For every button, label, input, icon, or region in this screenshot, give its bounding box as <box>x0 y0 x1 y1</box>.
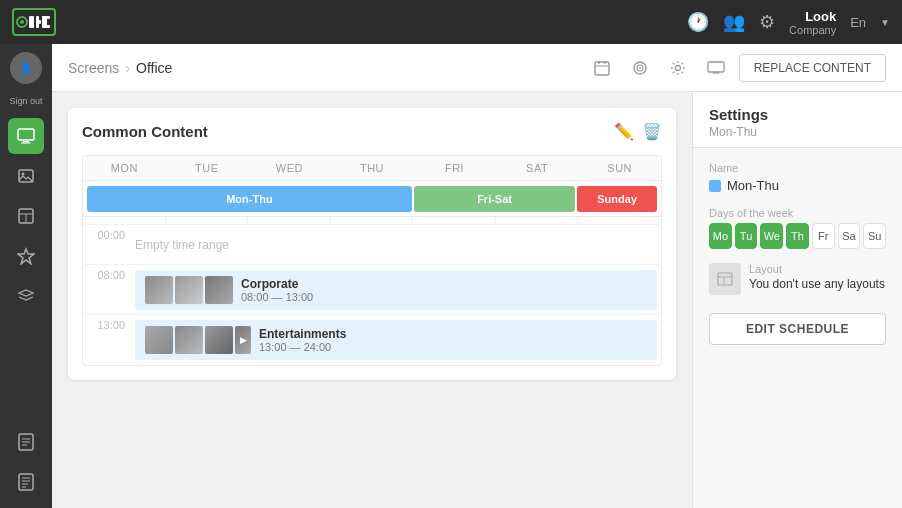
day-wed: WED <box>248 156 331 180</box>
day-thu: THU <box>331 156 414 180</box>
user-name: Look <box>805 9 836 24</box>
target-icon-btn[interactable] <box>625 53 655 83</box>
svg-rect-8 <box>18 129 34 140</box>
svg-rect-4 <box>36 20 41 24</box>
breadcrumb-separator: › <box>125 60 130 76</box>
ent-thumb-4: ▶ <box>235 326 251 354</box>
day-sun: SUN <box>578 156 661 180</box>
svg-rect-26 <box>595 62 609 75</box>
time-label-1300: 13:00 <box>83 315 131 365</box>
day-btn-su[interactable]: Su <box>863 223 886 249</box>
name-value: Mon-Thu <box>727 178 779 193</box>
ent-thumb-3 <box>205 326 233 354</box>
day-btn-we[interactable]: We <box>760 223 783 249</box>
settings-header: Settings Mon-Thu <box>693 92 902 148</box>
time-label-0000: 00:00 <box>83 225 131 264</box>
day-btn-fr[interactable]: Fr <box>812 223 835 249</box>
svg-point-12 <box>22 173 25 176</box>
time-content-0800: Corporate 08:00 — 13:00 <box>131 265 661 314</box>
clock-icon[interactable]: 🕐 <box>687 11 709 33</box>
day-btn-th[interactable]: Th <box>786 223 809 249</box>
day-btn-sa[interactable]: Sa <box>838 223 861 249</box>
ent-thumb-1 <box>145 326 173 354</box>
layout-label: Layout <box>749 263 885 275</box>
content-area: Screens › Office REPLACE CONTENT <box>52 44 902 508</box>
name-field: Name Mon-Thu <box>709 162 886 193</box>
replace-content-button[interactable]: REPLACE CONTENT <box>739 54 886 82</box>
corporate-info: Corporate 08:00 — 13:00 <box>241 277 313 303</box>
sidebar-item-star[interactable] <box>8 238 44 274</box>
content-item-entertainments[interactable]: ▶ Entertainments 13:00 — 24:00 <box>135 320 657 360</box>
logo-box <box>12 8 56 36</box>
monitor-icon-btn[interactable] <box>701 53 731 83</box>
content-item-corporate[interactable]: Corporate 08:00 — 13:00 <box>135 270 657 310</box>
svg-rect-2 <box>29 16 34 28</box>
grid-spacer <box>83 217 661 225</box>
day-mon: MON <box>83 156 166 180</box>
days-field: Days of the week Mo Tu We Th Fr Sa Su <box>709 207 886 249</box>
layout-info: Layout You don't use any layouts <box>749 263 885 291</box>
edit-schedule-button[interactable]: EDIT SCHEDULE <box>709 313 886 345</box>
users-icon[interactable]: 👥 <box>723 11 745 33</box>
breadcrumb-current: Office <box>136 60 172 76</box>
settings-gear-icon-btn[interactable] <box>663 53 693 83</box>
thumb-1 <box>145 276 173 304</box>
days-label: Days of the week <box>709 207 886 219</box>
day-btn-mo[interactable]: Mo <box>709 223 732 249</box>
logo[interactable] <box>12 8 56 36</box>
user-info[interactable]: Look Company <box>789 9 836 36</box>
corporate-time: 08:00 — 13:00 <box>241 291 313 303</box>
entertainments-name: Entertainments <box>259 327 346 341</box>
bar-sunday[interactable]: Sunday <box>577 186 657 212</box>
svg-rect-6 <box>42 16 50 19</box>
schedule-panel: Common Content ✏️ 🗑️ MON TUE WED <box>68 108 676 380</box>
svg-point-33 <box>675 65 680 70</box>
bar-mon-thu[interactable]: Mon-Thu <box>87 186 412 212</box>
sign-out-label[interactable]: Sign out <box>9 96 42 106</box>
inner-layout: Common Content ✏️ 🗑️ MON TUE WED <box>52 92 902 508</box>
corporate-name: Corporate <box>241 277 313 291</box>
topbar: 🕐 👥 ⚙ Look Company En ▼ <box>0 0 902 44</box>
settings-panel: Settings Mon-Thu Name Mon-Thu Days of <box>692 92 902 508</box>
calendar-icon-btn[interactable] <box>587 53 617 83</box>
settings-body: Name Mon-Thu Days of the week Mo Tu We <box>693 148 902 359</box>
entertainments-thumbnails: ▶ <box>145 326 251 354</box>
svg-rect-10 <box>21 143 31 144</box>
sidebar-item-doc2[interactable] <box>8 464 44 500</box>
days-row: Mo Tu We Th Fr Sa Su <box>709 223 886 249</box>
sidebar-item-screens[interactable] <box>8 118 44 154</box>
layout-field-inner: Layout You don't use any layouts <box>709 263 886 295</box>
time-row-0800: 08:00 Corp <box>83 265 661 315</box>
settings-title: Settings <box>709 106 886 123</box>
sidebar: 👤 Sign out <box>0 44 52 508</box>
time-content-0000: Empty time range <box>131 225 661 264</box>
layout-value: You don't use any layouts <box>749 277 885 291</box>
user-company: Company <box>789 24 836 36</box>
sidebar-item-layouts[interactable] <box>8 198 44 234</box>
content-header: Screens › Office REPLACE CONTENT <box>52 44 902 92</box>
name-value-row: Mon-Thu <box>709 178 886 193</box>
topbar-right: 🕐 👥 ⚙ Look Company En ▼ <box>687 9 890 36</box>
sidebar-item-doc1[interactable] <box>8 424 44 460</box>
day-headers: MON TUE WED THU FRI SAT SUN <box>83 156 661 181</box>
day-btn-tu[interactable]: Tu <box>735 223 758 249</box>
chevron-down-icon: ▼ <box>880 17 890 28</box>
day-tue: TUE <box>166 156 249 180</box>
main-layout: 👤 Sign out Screens <box>0 44 902 508</box>
avatar[interactable]: 👤 <box>10 52 42 84</box>
day-sat: SAT <box>496 156 579 180</box>
bar-fri-sat[interactable]: Fri-Sat <box>414 186 575 212</box>
thumb-2 <box>175 276 203 304</box>
breadcrumb-screens[interactable]: Screens <box>68 60 119 76</box>
panel-title: Common Content <box>82 123 208 140</box>
sidebar-item-images[interactable] <box>8 158 44 194</box>
edit-icon[interactable]: ✏️ <box>614 122 634 141</box>
sidebar-top: 👤 Sign out <box>9 52 42 114</box>
calendar-grid: MON TUE WED THU FRI SAT SUN Mon-Thu Fri-… <box>82 155 662 366</box>
delete-icon[interactable]: 🗑️ <box>642 122 662 141</box>
sidebar-item-layers[interactable] <box>8 278 44 314</box>
settings-icon[interactable]: ⚙ <box>759 11 775 33</box>
lang-selector[interactable]: En <box>850 15 866 30</box>
svg-rect-7 <box>42 25 50 28</box>
name-label: Name <box>709 162 886 174</box>
